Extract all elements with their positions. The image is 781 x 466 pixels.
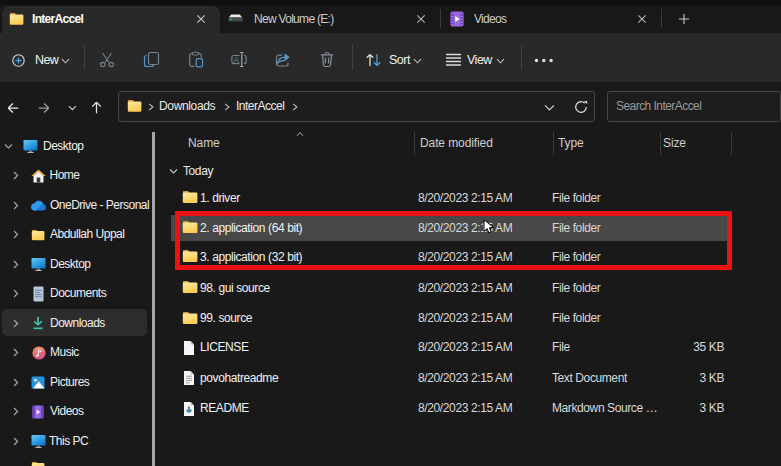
svg-text:A: A bbox=[233, 55, 239, 65]
